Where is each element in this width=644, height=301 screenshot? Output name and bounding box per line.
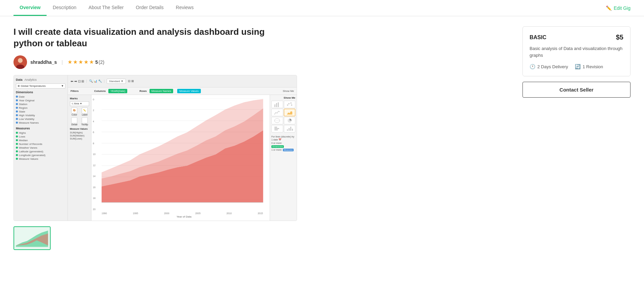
clock-icon: 🕐 xyxy=(530,64,535,69)
plan-price: $5 xyxy=(616,33,623,41)
svg-point-18 xyxy=(288,103,290,104)
gig-title: I will create data visualization and ana… xyxy=(14,26,277,49)
chart-type-bar[interactable] xyxy=(271,101,283,108)
show-me-title: Show Me xyxy=(271,96,295,99)
svg-point-17 xyxy=(287,104,288,106)
svg-rect-16 xyxy=(278,102,279,107)
chart-type-vbar[interactable] xyxy=(284,125,296,132)
main-image-container: Data Analytics ⊕ Global Temperatures ▼ D… xyxy=(14,75,297,221)
star-2: ★ xyxy=(73,59,78,65)
plan-description: Basic analysis of Data and visualization… xyxy=(530,45,623,58)
avatar xyxy=(14,55,27,69)
svg-rect-14 xyxy=(274,104,275,107)
standard-dropdown[interactable]: Standard ▼ xyxy=(107,79,126,84)
seller-name[interactable]: shraddha_s xyxy=(30,59,57,65)
chart-type-area[interactable] xyxy=(284,109,296,116)
chart-type-line[interactable] xyxy=(271,109,283,116)
svg-rect-31 xyxy=(292,129,293,131)
pricing-card: BASIC $5 Basic analysis of Data and visu… xyxy=(522,26,630,76)
y-axis: 20 18 16 14 12 10 8 6 4 2 xyxy=(91,95,102,221)
chart-type-scatter[interactable] xyxy=(284,101,296,108)
row-filter-1: Measure Names xyxy=(150,89,173,93)
svg-rect-30 xyxy=(290,127,291,131)
tableau-main-area: ⬅ ➡ ⊡ ⊞ | 🔍 📊 🔧 | Standard ▼ ⊟ ⊠ Filters… xyxy=(68,75,297,221)
marks-panel: Marks ⊂ Area ▼ 🎨 Color 📏 Label xyxy=(68,95,91,221)
left-column: I will create data visualization and ana… xyxy=(14,26,512,250)
star-4: ★ xyxy=(84,59,88,65)
star-rating: ★ ★ ★ ★ ★ 5 (2) xyxy=(68,59,104,65)
chart-type-hbar[interactable] xyxy=(271,125,283,132)
navigation-bar: Overview Description About The Seller Or… xyxy=(0,0,644,16)
x-axis-labels: 1990 1995 2000 2005 2010 2015 xyxy=(102,211,266,215)
main-content: I will create data visualization and ana… xyxy=(0,16,644,260)
tableau-sidebar: Data Analytics ⊕ Global Temperatures ▼ D… xyxy=(14,75,68,221)
area-chart-svg xyxy=(102,98,266,210)
svg-rect-29 xyxy=(289,128,290,131)
svg-rect-25 xyxy=(274,127,277,128)
review-count: (2) xyxy=(99,59,104,65)
chart-type-pie[interactable] xyxy=(284,117,296,124)
x-axis-title: Year of Data xyxy=(102,215,266,218)
tab-description[interactable]: Description xyxy=(47,0,82,16)
star-5: ★ xyxy=(89,59,94,65)
image-thumbnails xyxy=(14,226,512,250)
svg-point-1 xyxy=(18,58,23,63)
tab-reviews[interactable]: Reviews xyxy=(170,0,200,16)
svg-rect-15 xyxy=(276,103,277,107)
svg-point-20 xyxy=(291,104,292,106)
tab-about-seller[interactable]: About The Seller xyxy=(82,0,130,16)
chart-type-map[interactable] xyxy=(271,117,283,124)
thumbnail-1[interactable] xyxy=(14,226,51,250)
rating-score: 5 xyxy=(95,59,98,65)
pencil-icon: ✏️ xyxy=(606,5,612,11)
delivery-feature: 🕐 2 Days Delivery xyxy=(530,64,568,69)
edit-gig-button[interactable]: ✏️ Edit Gig xyxy=(606,5,630,11)
tab-overview[interactable]: Overview xyxy=(14,0,47,16)
svg-rect-27 xyxy=(274,129,278,130)
row-filter-2: Measure Values xyxy=(177,89,200,93)
svg-point-19 xyxy=(290,102,292,104)
contact-seller-button[interactable]: Contact Seller xyxy=(522,82,630,98)
svg-marker-21 xyxy=(287,111,292,115)
column-filter: YEAR(Date) xyxy=(108,89,127,93)
tableau-toolbar: ⬅ ➡ ⊡ ⊞ | 🔍 📊 🔧 | Standard ▼ ⊟ ⊠ xyxy=(68,75,297,87)
divider: | xyxy=(62,59,63,65)
seller-info: shraddha_s | ★ ★ ★ ★ ★ 5 (2) xyxy=(14,55,512,69)
pricing-header: BASIC $5 xyxy=(530,33,623,41)
filters-row: Filters Columns YEAR(Date) Rows Measure … xyxy=(68,87,297,95)
plan-name: BASIC xyxy=(530,34,546,41)
tab-order-details[interactable]: Order Details xyxy=(130,0,169,16)
svg-rect-26 xyxy=(274,128,279,129)
tableau-visualization: Data Analytics ⊕ Global Temperatures ▼ D… xyxy=(14,75,297,221)
svg-rect-28 xyxy=(287,129,288,131)
plan-features: 🕐 2 Days Delivery 🔄 1 Revision xyxy=(530,64,623,69)
star-3: ★ xyxy=(78,59,83,65)
show-me-panel: Show Me xyxy=(270,95,297,221)
revision-feature: 🔄 1 Revision xyxy=(575,64,603,69)
nav-tabs: Overview Description About The Seller Or… xyxy=(14,0,200,16)
star-1: ★ xyxy=(68,59,72,65)
refresh-icon: 🔄 xyxy=(575,64,581,69)
right-column: BASIC $5 Basic analysis of Data and visu… xyxy=(522,26,630,250)
chart-area: 1990 1995 2000 2005 2010 2015 Year of Da… xyxy=(102,95,270,221)
